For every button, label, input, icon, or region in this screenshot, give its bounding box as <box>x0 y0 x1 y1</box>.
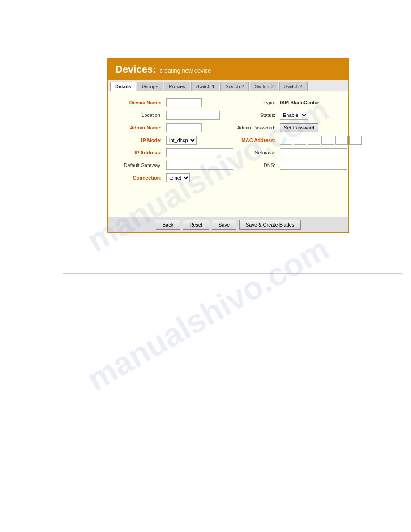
status-label: Status: <box>233 112 278 118</box>
location-label: Location: <box>113 112 164 118</box>
connection-label: Connection: <box>113 175 164 180</box>
watermark2: manualshivo.com <box>81 230 335 398</box>
ip-mode-label: IP Mode: <box>113 137 164 143</box>
hr-line-1 <box>63 273 402 274</box>
back-button[interactable]: Back <box>156 220 180 230</box>
save-create-button[interactable]: Save & Create Blades <box>239 220 301 230</box>
panel-title: Devices: <box>116 64 156 75</box>
dns-label: DNS: <box>233 163 278 168</box>
dns-input[interactable] <box>280 161 347 170</box>
dns-row: DNS: <box>233 160 362 170</box>
form-left-col: Device Name: Location: Admin Name: IP Mo… <box>113 98 233 183</box>
tab-switch2[interactable]: Switch 2 <box>220 82 249 91</box>
tab-proxies[interactable]: Proxies <box>164 82 190 91</box>
netmask-row: Netmask: <box>233 148 362 158</box>
admin-name-label: Admin Name: <box>113 125 164 130</box>
page-wrapper: manualshivo.com manualshivo.com Devices:… <box>0 0 411 532</box>
default-gateway-label: Default Gateway: <box>113 163 164 168</box>
ip-address-row: IP Address: <box>113 148 233 158</box>
type-value: IBM BladeCenter <box>280 100 319 105</box>
tab-switch4[interactable]: Switch 4 <box>279 82 308 91</box>
connection-row: Connection: telnet ssh <box>113 173 233 183</box>
mac-input-6[interactable] <box>349 136 362 145</box>
reset-button[interactable]: Reset <box>183 220 209 230</box>
tab-groups[interactable]: Groups <box>137 82 163 91</box>
netmask-input[interactable] <box>280 148 347 157</box>
mac-address-label: MAC Address: <box>233 137 278 143</box>
status-select[interactable]: Enable Disable <box>280 111 308 120</box>
admin-password-label: Admin Password: <box>233 125 278 130</box>
connection-select[interactable]: telnet ssh <box>166 173 190 182</box>
mac-input-4[interactable] <box>321 136 334 145</box>
mac-address-row: MAC Address: <box>233 135 362 145</box>
set-password-button[interactable]: Set Password <box>280 123 318 132</box>
admin-password-row: Admin Password: Set Password <box>233 123 362 133</box>
location-row: Location: <box>113 110 233 120</box>
mac-input-2[interactable] <box>294 136 306 145</box>
ip-mode-select[interactable]: int_dhcp static dhcp <box>166 136 197 145</box>
device-name-label: Device Name: <box>113 100 164 105</box>
mac-inputs <box>280 136 362 145</box>
location-input[interactable] <box>166 111 220 120</box>
form-area: Device Name: Location: Admin Name: IP Mo… <box>108 91 348 217</box>
tab-switch1[interactable]: Switch 1 <box>191 82 220 91</box>
tab-switch3[interactable]: Switch 3 <box>250 82 278 91</box>
hr-line-2 <box>63 502 402 502</box>
panel-subtitle: creating new device <box>160 67 211 74</box>
form-grid: Device Name: Location: Admin Name: IP Mo… <box>113 98 344 183</box>
tab-details[interactable]: Details <box>110 82 136 91</box>
default-gateway-input[interactable] <box>166 161 233 170</box>
ip-address-input[interactable] <box>166 148 233 157</box>
form-right-col: Type: IBM BladeCenter Status: Enable Dis… <box>233 98 362 183</box>
mac-input-3[interactable] <box>308 136 320 145</box>
status-row: Status: Enable Disable <box>233 110 362 120</box>
admin-name-row: Admin Name: <box>113 123 233 133</box>
device-name-input[interactable] <box>166 98 202 107</box>
panel-header: Devices: creating new device <box>108 59 348 80</box>
save-button[interactable]: Save <box>212 220 236 230</box>
type-label: Type: <box>233 100 278 105</box>
tabs-row: Details Groups Proxies Switch 1 Switch 2… <box>108 80 348 91</box>
default-gateway-row: Default Gateway: <box>113 160 233 170</box>
mac-input-5[interactable] <box>335 136 348 145</box>
admin-name-input[interactable] <box>166 123 202 132</box>
type-row: Type: IBM BladeCenter <box>233 98 362 107</box>
device-name-row: Device Name: <box>113 98 233 107</box>
main-panel: Devices: creating new device Details Gro… <box>107 58 349 233</box>
ip-address-label: IP Address: <box>113 150 164 155</box>
ip-mode-row: IP Mode: int_dhcp static dhcp <box>113 135 233 145</box>
netmask-label: Netmask: <box>233 150 278 155</box>
mac-input-1[interactable] <box>280 136 292 145</box>
footer-bar: Back Reset Save Save & Create Blades <box>108 217 348 232</box>
